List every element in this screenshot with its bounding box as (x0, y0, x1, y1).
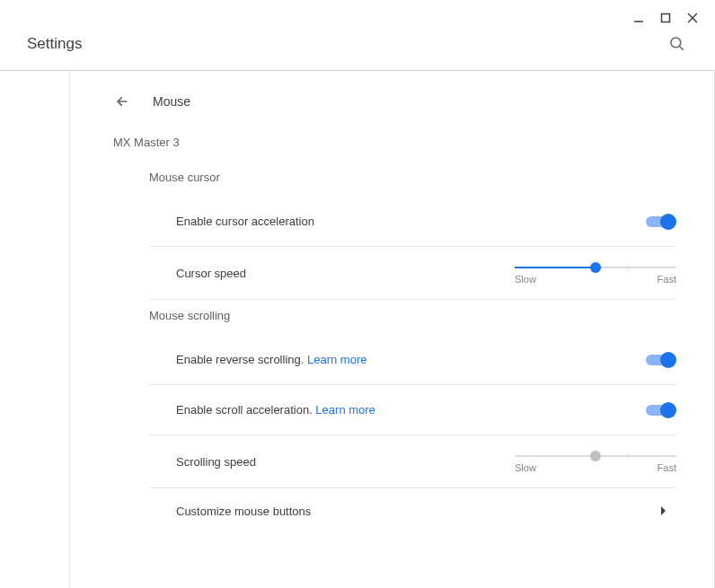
row-customize-buttons[interactable]: Customize mouse buttons (113, 488, 676, 534)
slider-cursor-speed[interactable] (515, 267, 676, 268)
row-scrolling-speed: Scrolling speed Slow Fast (149, 435, 676, 488)
svg-line-5 (680, 47, 684, 50)
label-scrolling-speed: Scrolling speed (176, 455, 256, 469)
slider-label-slow: Slow (515, 462, 536, 473)
slider-label-fast: Fast (658, 274, 676, 285)
row-cursor-acceleration: Enable cursor acceleration (149, 197, 676, 247)
window-close-icon[interactable] (686, 12, 699, 24)
section-title-scrolling: Mouse scrolling (149, 309, 676, 322)
section-title-cursor: Mouse cursor (149, 171, 676, 184)
left-gutter (0, 71, 70, 588)
chevron-right-icon (660, 505, 669, 518)
label-cursor-speed: Cursor speed (176, 267, 246, 280)
search-icon (668, 35, 686, 53)
app-title: Settings (27, 35, 82, 53)
slider-knob-icon[interactable] (590, 451, 601, 461)
content-panel: Mouse MX Master 3 Mouse cursor Enable cu… (70, 71, 715, 588)
row-scroll-acceleration: Enable scroll acceleration. Learn more (149, 385, 676, 435)
row-reverse-scrolling: Enable reverse scrolling. Learn more (149, 335, 676, 385)
toggle-scroll-acceleration[interactable] (646, 402, 676, 418)
slider-scrolling-speed[interactable] (515, 455, 676, 457)
toggle-reverse-scrolling[interactable] (646, 352, 676, 368)
window-maximize-icon[interactable] (659, 12, 672, 24)
label-scroll-acceleration: Enable scroll acceleration. Learn more (176, 403, 375, 417)
page-title: Mouse (153, 94, 190, 109)
window-minimize-icon[interactable] (632, 12, 645, 24)
row-cursor-speed: Cursor speed Slow Fast (149, 247, 676, 300)
link-learn-more-accel[interactable]: Learn more (315, 403, 375, 417)
search-button[interactable] (666, 33, 688, 55)
slider-label-fast: Fast (658, 462, 676, 473)
toggle-cursor-acceleration[interactable] (646, 214, 676, 230)
link-learn-more-reverse[interactable]: Learn more (307, 353, 366, 366)
slider-label-slow: Slow (515, 274, 536, 285)
slider-knob-icon[interactable] (590, 262, 601, 273)
device-name: MX Master 3 (113, 136, 676, 149)
back-button[interactable] (113, 92, 131, 110)
label-reverse-scrolling: Enable reverse scrolling. Learn more (176, 353, 366, 366)
label-customize-buttons: Customize mouse buttons (176, 505, 311, 518)
svg-point-4 (671, 38, 681, 48)
window-controls (0, 0, 715, 29)
arrow-left-icon (114, 93, 130, 110)
app-header: Settings (0, 29, 715, 70)
label-cursor-acceleration: Enable cursor acceleration (176, 215, 314, 228)
svg-rect-1 (662, 14, 670, 22)
